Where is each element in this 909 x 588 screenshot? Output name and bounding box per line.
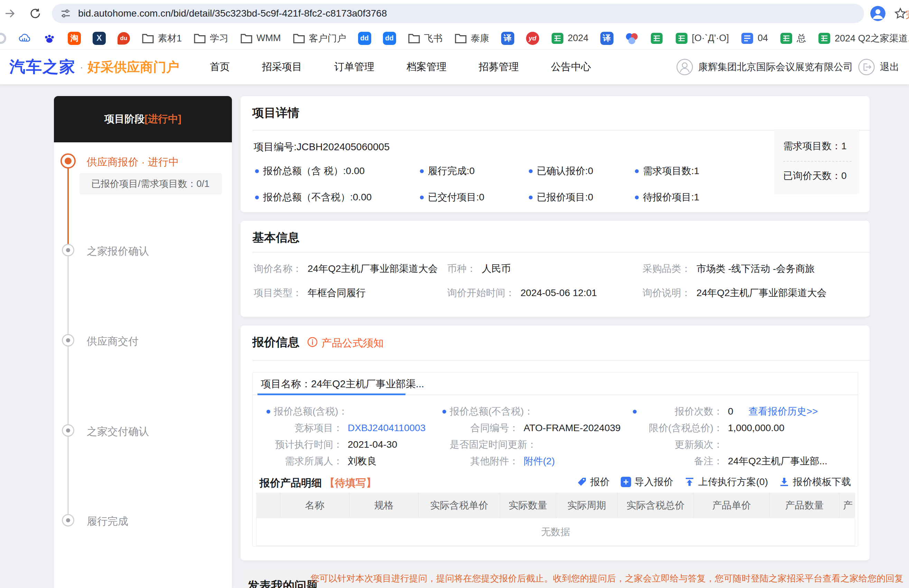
attachments-link[interactable]: 附件(2): [524, 455, 555, 468]
nav-item-archives[interactable]: 档案管理: [406, 60, 446, 74]
step-label-supplier-delivery[interactable]: 供应商交付: [87, 334, 139, 349]
bookmark-item[interactable]: 泰康: [454, 32, 489, 45]
bookmark-item[interactable]: 总: [780, 32, 806, 45]
download-template-button[interactable]: 报价模板下载: [779, 475, 851, 488]
project-code: 项目编号:JCBH202405060005: [254, 140, 390, 154]
bullet-icon: [420, 169, 424, 173]
bookmark-item[interactable]: 2024 Q2之家渠道...: [818, 32, 909, 45]
bullet-icon: [529, 195, 533, 199]
sheet-icon: [650, 32, 663, 45]
bookmark-item[interactable]: X: [93, 32, 106, 45]
folder-icon: [194, 33, 206, 44]
url-text[interactable]: bid.autohome.com.cn/bid/detail/35c323bd-…: [78, 8, 387, 19]
nav-item-announcements[interactable]: 公告中心: [551, 60, 591, 74]
reload-icon[interactable]: [29, 7, 42, 20]
tab-project-name[interactable]: 项目名称：24年Q2主机厂事业部渠...: [261, 372, 424, 395]
quote-history-link[interactable]: 查看报价历史>>: [749, 405, 818, 418]
bullet-icon: [529, 169, 533, 173]
fill-status-badge: 【待填写】: [325, 477, 376, 488]
bookmark-item[interactable]: 译: [600, 32, 613, 45]
translate-icon: 译: [501, 32, 514, 45]
nav-item-projects[interactable]: 招采项目: [262, 60, 302, 74]
table-header-cell: 实际含税单价: [419, 493, 500, 518]
translate-icon: 译: [600, 32, 613, 45]
bookmark-star-icon[interactable]: [894, 7, 907, 20]
x-app-icon: X: [93, 32, 106, 45]
bookmark-item[interactable]: [O·`Д'·O]: [675, 32, 729, 45]
bookmark-item[interactable]: 飞书: [408, 32, 443, 45]
card-title: 项目详情: [252, 105, 299, 121]
import-quote-button[interactable]: 导入报价: [621, 475, 673, 488]
active-tab-underline: [257, 394, 405, 395]
bookmark-item[interactable]: 客户门户: [293, 32, 346, 45]
bullet-icon: [255, 195, 259, 199]
bookmark-item[interactable]: dd: [358, 32, 371, 45]
bookmark-label: 总: [797, 32, 806, 45]
folder-icon: [240, 33, 253, 44]
step-label-home-delivery-confirm[interactable]: 之家交付确认: [87, 425, 149, 439]
forward-icon[interactable]: [3, 7, 16, 20]
table-header-cell: 实际周期: [556, 493, 618, 518]
step-label-fulfilled[interactable]: 履行完成: [87, 514, 128, 528]
page-content: 项目阶段[进行中] 供应商报价 · 进行中 已报价项目/需求项目数：0/1 之家…: [0, 84, 909, 588]
stage-status: [进行中]: [144, 112, 181, 126]
bid-project-link[interactable]: DXBJ2404110003: [348, 423, 425, 434]
profile-avatar-icon[interactable]: [870, 6, 885, 21]
header-account-area: 康辉集团北京国际会议展览有限公司 退出: [676, 50, 899, 84]
step-label-home-quote-confirm[interactable]: 之家报价确认: [87, 244, 149, 258]
bookmark-label: [O·`Д'·O]: [692, 33, 729, 44]
quote-toolbar: 报价 导入报价 上传执行方案(0): [576, 475, 851, 488]
site-logo[interactable]: 汽车之家: [9, 56, 76, 78]
bookmark-item[interactable]: 2024: [551, 32, 589, 45]
plus-square-icon: [621, 477, 631, 487]
bookmark-item[interactable]: [43, 32, 56, 45]
bookmark-item[interactable]: [650, 32, 663, 45]
quote-panel: 项目名称：24年Q2主机厂事业部渠... 报价总额(含税)： 竞标项目：DXBJ…: [252, 372, 858, 546]
stat-item: 已报价项目:0: [529, 191, 635, 204]
chrome-ring-icon: [0, 33, 6, 44]
logout-button[interactable]: 退出: [880, 60, 899, 74]
field-currency: 币种：人民币: [447, 262, 631, 275]
bookmark-item[interactable]: 04: [741, 32, 768, 45]
basic-info-card: 基本信息 询价名称：24年Q2主机厂事业部渠道大会 币种：人民币 采购品类：市场…: [241, 221, 870, 317]
bookmark-label: 素材1: [158, 32, 182, 45]
step-dot-icon: [62, 244, 74, 256]
dingtalk-icon: dd: [358, 32, 371, 45]
table-header-cell: 实际数量: [500, 493, 556, 518]
step-label-supplier-quote[interactable]: 供应商报价 · 进行中: [87, 155, 179, 169]
bookmark-item[interactable]: [5, 33, 6, 44]
bookmarks-bar: 淘 X du 素材1 学习 WMM 客户门户 dd dd 飞书 泰康 译 yd …: [0, 27, 909, 50]
empty-text: 无数据: [541, 525, 570, 539]
nav-item-recruit[interactable]: 招募管理: [479, 60, 519, 74]
upload-icon: [684, 477, 695, 487]
stat-item: 报价总额（含 税）:0.00: [255, 165, 420, 178]
bookmark-item[interactable]: 素材1: [142, 32, 182, 45]
bookmark-item[interactable]: yd: [526, 32, 539, 45]
product-formula-notice-link[interactable]: 产品公式须知: [322, 336, 383, 350]
upload-plan-button[interactable]: 上传执行方案(0): [684, 475, 768, 488]
nav-item-orders[interactable]: 订单管理: [334, 60, 374, 74]
flower-icon: [625, 32, 638, 45]
bookmark-item[interactable]: 学习: [194, 32, 228, 45]
stage-header: 项目阶段[进行中]: [54, 96, 232, 142]
url-bar[interactable]: bid.autohome.com.cn/bid/detail/35c323bd-…: [52, 4, 864, 23]
field-project-type: 项目类型：年框合同履行: [254, 286, 447, 299]
logout-icon[interactable]: [858, 58, 875, 76]
bookmark-item[interactable]: [18, 32, 31, 45]
project-stats: 报价总额（含 税）:0.00 履行完成:0 已确认报价:0 需求项目数:1 报价…: [255, 165, 815, 204]
bookmark-item[interactable]: 淘: [68, 32, 81, 45]
folder-icon: [454, 33, 467, 44]
nav-item-home[interactable]: 首页: [210, 60, 230, 74]
bookmark-item[interactable]: WMM: [240, 33, 281, 44]
bookmark-item[interactable]: 译: [501, 32, 514, 45]
main-nav: 首页 招采项目 订单管理 档案管理 招募管理 公告中心: [210, 60, 591, 74]
bookmark-item[interactable]: [625, 32, 638, 45]
quote-button[interactable]: 报价: [576, 475, 610, 488]
tune-icon[interactable]: [60, 8, 71, 19]
bookmark-item[interactable]: du: [118, 32, 130, 45]
bookmark-label: 学习: [210, 32, 228, 45]
bookmark-item[interactable]: dd: [383, 32, 396, 45]
step-dot-active: [60, 153, 76, 169]
step-note: 已报价项目/需求项目数：0/1: [79, 173, 222, 194]
account-icon[interactable]: [676, 58, 693, 76]
